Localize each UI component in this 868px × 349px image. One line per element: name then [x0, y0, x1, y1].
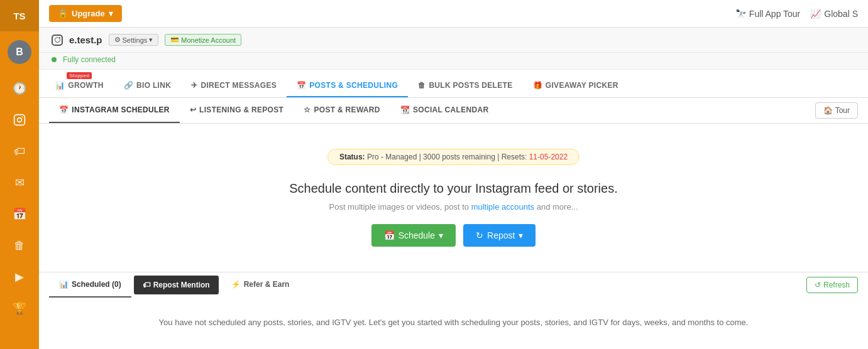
refresh-icon: ↺ — [815, 281, 821, 289]
schedule-label: Schedule — [398, 230, 435, 240]
monetize-icon: 💳 — [170, 36, 179, 44]
repost-button[interactable]: ↻ Repost ▾ — [463, 224, 536, 247]
link-icon: 🔗 — [124, 81, 133, 90]
instagram-account-icon — [52, 35, 63, 46]
topbar-right: 🔭 Full App Tour 📈 Global S — [735, 9, 858, 19]
binoculars-icon: 🔭 — [735, 9, 746, 19]
tab-bio-link-label: BIO LINK — [136, 81, 171, 90]
calendar-small-icon: 📅 — [59, 105, 69, 114]
bar-chart-icon: 📊 — [55, 81, 65, 90]
tab-giveaway-picker[interactable]: 🎁 Giveaway Picker — [523, 75, 629, 97]
sidebar-icon-send[interactable]: ✉ — [0, 167, 39, 198]
tab-posts-scheduling-label: POSTS & SCHEDULING — [309, 81, 398, 90]
refresh-button[interactable]: ↺ Refresh — [806, 277, 858, 293]
tab-instagram-scheduler-label: INSTAGRAM SCHEDULER — [72, 105, 169, 114]
tab-listening-repost-label: LISTENING & REPOST — [199, 105, 283, 114]
sidebar-icon-youtube[interactable]: ▶ — [0, 261, 39, 293]
social-cal-icon: 📆 — [400, 105, 410, 114]
monetize-badge[interactable]: 💳 Monetize Account — [165, 34, 241, 46]
connected-label: Fully connected — [63, 55, 116, 64]
status-label: Status: — [339, 153, 365, 161]
tab-direct-messages-label: DIRECT MESSAGES — [201, 81, 277, 90]
tab-scheduled-label: Scheduled (0) — [72, 280, 121, 289]
sidebar-account-avatar[interactable]: B — [8, 40, 31, 64]
chart-icon: 📈 — [810, 9, 821, 19]
bottom-tabs: 📊 Scheduled (0) 🏷 Repost Mention ⚡ Refer… — [39, 272, 868, 298]
sidebar-icon-calendar[interactable]: 📅 — [0, 198, 39, 230]
status-resets-label: Resets: — [502, 153, 527, 161]
repost-chevron: ▾ — [519, 230, 523, 240]
main-message: Schedule content directly to your Instag… — [39, 175, 868, 272]
sidebar-icon-trophy[interactable]: 🏆 — [0, 293, 39, 324]
schedule-icon: 📅 — [384, 230, 395, 240]
trash-icon: 🗑 — [418, 81, 426, 90]
tag-icon: 🏷 — [143, 281, 150, 289]
chevron-down-icon: ▾ — [109, 9, 113, 18]
gear-icon: ⚙ — [114, 36, 121, 44]
tab-refer-earn[interactable]: ⚡ Refer & Earn — [221, 272, 300, 298]
scheduled-icon: 📊 — [59, 280, 69, 289]
tab-growth-label: GROWTH — [68, 81, 103, 90]
topbar: 🔒 Upgrade ▾ 🔭 Full App Tour 📈 Global S — [39, 0, 868, 28]
global-s-label: Global S — [824, 9, 858, 19]
schedule-headline: Schedule content directly to your Instag… — [52, 181, 855, 196]
sidebar-icon-tag[interactable]: 🏷 — [0, 136, 39, 167]
global-s-link[interactable]: 📈 Global S — [810, 9, 858, 19]
status-plan: Pro - Managed — [367, 153, 417, 161]
tab-growth[interactable]: Stopped 📊 GROWTH — [45, 70, 114, 97]
chevron-down-icon: ▾ — [149, 36, 153, 44]
home-icon: 🏠 — [823, 106, 833, 115]
tab-scheduled[interactable]: 📊 Scheduled (0) — [49, 272, 131, 298]
tab-social-calendar-label: SOCIAL CALENDAR — [413, 105, 488, 114]
repost-icon: ↩ — [190, 105, 196, 114]
schedule-chevron: ▾ — [439, 230, 443, 240]
star-icon: ☆ — [304, 105, 310, 114]
schedule-button[interactable]: 📅 Schedule ▾ — [371, 224, 456, 247]
repost-label: Repost — [487, 230, 515, 240]
tab-social-calendar[interactable]: 📆 SOCIAL CALENDAR — [390, 98, 499, 123]
tour-button-label: Tour — [835, 106, 850, 115]
sidebar-top-avatar[interactable]: TS — [0, 0, 39, 31]
paper-plane-icon: ✈ — [191, 81, 197, 90]
account-bar: e.test.p ⚙ Settings ▾ 💳 Monetize Account — [39, 28, 868, 53]
settings-badge[interactable]: ⚙ Settings ▾ — [109, 34, 159, 46]
monetize-label: Monetize Account — [181, 36, 236, 44]
gift-icon: 🎁 — [533, 81, 542, 90]
svg-rect-0 — [14, 115, 25, 126]
tab-repost-mention-label: Repost Mention — [153, 281, 210, 289]
sidebar-icon-clock[interactable]: 🕐 — [0, 73, 39, 104]
footer-text: You have not scheduled any posts, storie… — [159, 318, 749, 327]
status-resets-date: 11-05-2022 — [529, 153, 568, 161]
sidebar: TS B 🕐 🏷 ✉ 📅 🗑 ▶ 🏆 — [0, 0, 39, 349]
tab-instagram-scheduler[interactable]: 📅 INSTAGRAM SCHEDULER — [49, 98, 180, 123]
lock-icon: 🔒 — [58, 9, 68, 18]
status-bar-container: Status: Pro - Managed | 3000 posts remai… — [39, 136, 868, 175]
tab-bio-link[interactable]: 🔗 BIO LINK — [114, 75, 181, 97]
upgrade-button[interactable]: 🔒 Upgrade ▾ — [49, 5, 122, 22]
calendar-icon: 📅 — [297, 81, 306, 90]
full-app-tour-link[interactable]: 🔭 Full App Tour — [735, 9, 800, 19]
tab-repost-mention[interactable]: 🏷 Repost Mention — [134, 276, 219, 294]
tab-bulk-posts-delete[interactable]: 🗑 Bulk Posts Delete — [408, 75, 522, 97]
sidebar-icon-trash[interactable]: 🗑 — [0, 230, 39, 261]
content-panel: 📅 INSTAGRAM SCHEDULER ↩ LISTENING & REPO… — [39, 98, 868, 349]
svg-point-2 — [22, 117, 23, 118]
svg-point-1 — [18, 118, 22, 122]
tab-direct-messages[interactable]: ✈ DIRECT MESSAGES — [181, 75, 287, 97]
status-bar: Status: Pro - Managed | 3000 posts remai… — [327, 149, 580, 165]
tab-listening-repost[interactable]: ↩ LISTENING & REPOST — [180, 98, 294, 123]
primary-tabs: Stopped 📊 GROWTH 🔗 BIO LINK ✈ DIRECT MES… — [39, 70, 868, 98]
account-handle: e.test.p — [69, 35, 102, 45]
connected-bar: Fully connected — [39, 53, 868, 70]
secondary-tabs: 📅 INSTAGRAM SCHEDULER ↩ LISTENING & REPO… — [39, 98, 868, 124]
sidebar-icon-instagram[interactable] — [0, 104, 39, 136]
tab-post-reward[interactable]: ☆ POST & REWARD — [294, 98, 390, 123]
refresh-label: Refresh — [823, 281, 850, 289]
tour-button[interactable]: 🏠 Tour — [815, 102, 858, 119]
multiple-accounts-link[interactable]: multiple accounts — [471, 202, 534, 212]
upgrade-label: Upgrade — [72, 9, 105, 18]
settings-label: Settings — [123, 36, 148, 44]
tab-posts-scheduling[interactable]: 📅 POSTS & SCHEDULING — [287, 75, 408, 97]
stopped-badge: Stopped — [67, 72, 92, 79]
schedule-subtext: Post multiple images or videos, post to … — [52, 202, 855, 212]
